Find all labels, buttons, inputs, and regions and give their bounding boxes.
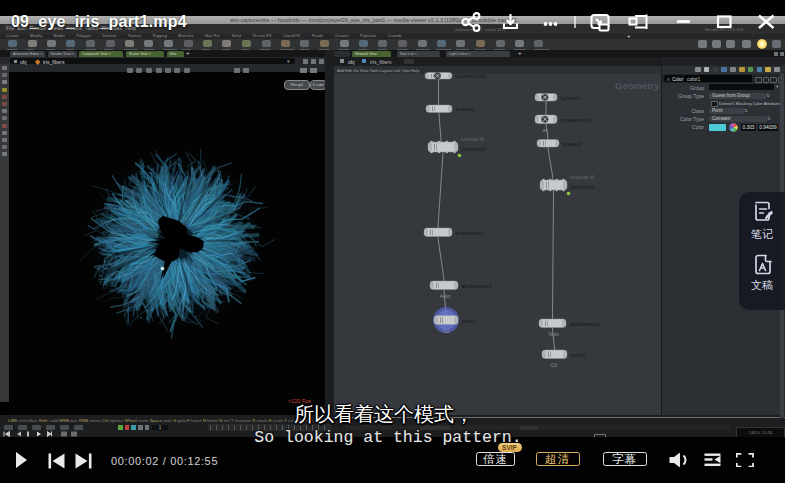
svg-text:color2: color2	[571, 352, 586, 358]
svg-text:Auto: Auto	[440, 293, 451, 299]
svg-text:octahedron1: octahedron1	[456, 73, 487, 79]
svg-text:turbulate fill: turbulate fill	[461, 137, 484, 142]
svg-text:Cd: Cd	[551, 362, 558, 368]
svg-text:scatter2: scatter2	[563, 141, 583, 147]
svg-text:Npts: Npts	[548, 331, 559, 337]
svg-text:pointvop2: pointvop2	[571, 184, 595, 190]
svg-text:attribcreate2: attribcreate2	[570, 321, 601, 327]
svg-text:briardome1: briardome1	[456, 230, 484, 236]
svg-text:pointvop1: pointvop1	[462, 146, 486, 152]
svg-text:as: as	[543, 127, 549, 133]
svg-text:scatter1: scatter1	[456, 106, 476, 112]
svg-text:turquoise fill: turquoise fill	[570, 175, 594, 180]
svg-text:sphere1: sphere1	[561, 95, 581, 101]
svg-text:octahedron2: octahedron2	[561, 117, 592, 123]
svg-text:color1: color1	[462, 318, 477, 324]
svg-text:Cd: Cd	[442, 328, 449, 334]
svg-text:attribcreate1: attribcreate1	[462, 283, 493, 289]
